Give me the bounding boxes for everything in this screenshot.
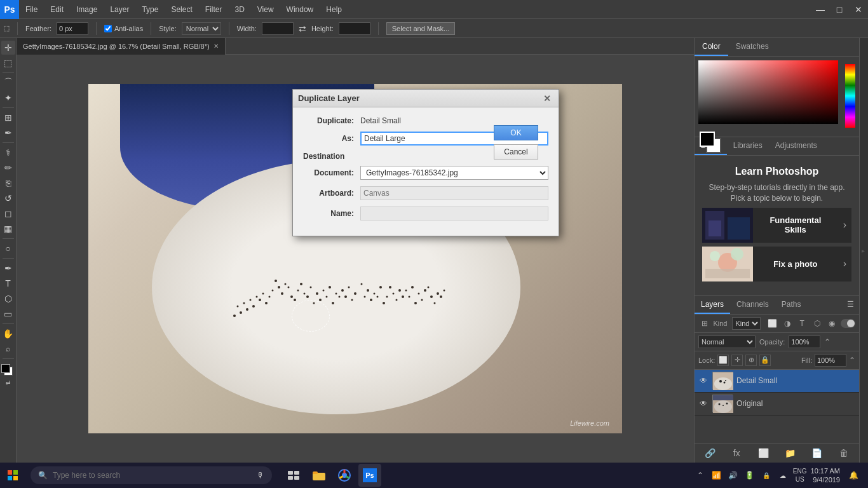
lock-all-icon[interactable]: 🔒 <box>759 355 771 366</box>
crop-tool-btn[interactable]: ⊞ <box>1 111 15 125</box>
cancel-button[interactable]: Cancel <box>494 144 538 159</box>
fix-photo-card[interactable]: Fix a photo › <box>702 247 851 281</box>
document-select[interactable]: GettyImages-76185342.jpg <box>360 166 548 180</box>
chrome-btn[interactable] <box>333 464 356 487</box>
search-input[interactable] <box>53 471 252 480</box>
link-layers-btn[interactable]: 🔗 <box>698 446 721 460</box>
mic-icon[interactable]: 🎙 <box>257 471 264 480</box>
layer-detail-small[interactable]: 👁 Detail Small <box>695 370 859 393</box>
swap-colors-btn[interactable]: ⇄ <box>6 379 11 386</box>
eraser-tool-btn[interactable]: ◻ <box>1 207 15 220</box>
layer-eye-original[interactable]: 👁 <box>698 399 709 408</box>
antialias-checkbox[interactable] <box>104 25 112 32</box>
fg-color-swatch[interactable] <box>1 364 10 373</box>
zoom-tool-btn[interactable]: ⌕ <box>1 342 15 356</box>
tab-layers[interactable]: Layers <box>695 296 730 314</box>
hand-tool-btn[interactable]: ✋ <box>1 327 15 341</box>
move-tool-btn[interactable]: ✛ <box>1 41 15 55</box>
color-spectrum[interactable] <box>845 64 855 128</box>
close-button[interactable]: ✕ <box>849 0 868 19</box>
eyedropper-tool-btn[interactable]: ✒ <box>1 126 15 140</box>
panel-collapse-strip[interactable]: ▸ <box>859 38 868 463</box>
menu-edit[interactable]: Edit <box>44 0 70 19</box>
new-layer-btn[interactable]: 📄 <box>806 446 829 460</box>
task-view-btn[interactable] <box>282 464 305 487</box>
document-tab[interactable]: GettyImages-76185342.jpg @ 16.7% (Detail… <box>17 38 226 55</box>
menu-layer[interactable]: Layer <box>104 0 135 19</box>
magic-wand-tool-btn[interactable]: ✦ <box>1 91 15 105</box>
menu-3d[interactable]: 3D <box>228 0 250 19</box>
new-group-btn[interactable]: 📁 <box>779 446 802 460</box>
add-style-btn[interactable]: fx <box>725 446 748 460</box>
fundamental-skills-card[interactable]: Fundamental Skills › <box>702 208 851 243</box>
onedrive-icon[interactable]: ☁ <box>776 469 789 482</box>
delete-layer-btn[interactable]: 🗑 <box>832 446 855 460</box>
kind-select[interactable]: Kind <box>732 317 761 330</box>
history-brush-tool-btn[interactable]: ↺ <box>1 191 15 205</box>
fg-color-large[interactable] <box>700 132 715 147</box>
lock-pixels-icon[interactable]: ⬜ <box>717 355 729 366</box>
network-icon[interactable]: 📶 <box>710 469 723 482</box>
file-explorer-btn[interactable] <box>308 464 330 487</box>
adjustment-filter-icon[interactable]: ◑ <box>781 317 793 330</box>
select-mask-button[interactable]: Select and Mask... <box>386 22 456 35</box>
photoshop-taskbar-btn[interactable]: Ps <box>358 464 381 487</box>
layer-eye-detail-small[interactable]: 👁 <box>698 376 709 385</box>
chevron-up-icon[interactable]: ⌃ <box>694 469 707 482</box>
menu-select[interactable]: Select <box>165 0 198 19</box>
lock-artboard-icon[interactable]: ⊕ <box>745 355 757 366</box>
pen-tool-btn[interactable]: ✒ <box>1 261 15 275</box>
brush-tool-btn[interactable]: ✏ <box>1 161 15 175</box>
type-tool-btn[interactable]: T <box>1 276 15 290</box>
minimize-button[interactable]: — <box>811 0 830 19</box>
menu-image[interactable]: Image <box>70 0 104 19</box>
dialog-close-button[interactable]: ✕ <box>541 92 553 105</box>
maximize-button[interactable]: □ <box>830 0 849 19</box>
dodge-tool-btn[interactable]: ○ <box>1 241 15 255</box>
tab-libraries[interactable]: Libraries <box>727 137 769 155</box>
shape-tool-btn[interactable]: ▭ <box>1 307 15 321</box>
tab-color[interactable]: Color <box>695 38 728 56</box>
tab-channels[interactable]: Channels <box>730 296 775 314</box>
menu-view[interactable]: View <box>251 0 280 19</box>
security-icon[interactable]: 🔒 <box>760 469 773 482</box>
color-picker[interactable] <box>695 60 859 137</box>
marquee-tool-btn[interactable]: ⬚ <box>1 56 15 70</box>
opacity-input[interactable] <box>789 336 820 348</box>
heal-tool-btn[interactable]: ⚕ <box>1 146 15 159</box>
shape-filter-icon[interactable]: ⬡ <box>811 317 823 330</box>
speaker-icon[interactable]: 🔊 <box>727 469 740 482</box>
gradient-tool-btn[interactable]: ▦ <box>1 222 15 236</box>
add-mask-btn[interactable]: ⬜ <box>752 446 775 460</box>
notification-button[interactable]: 🔔 <box>844 466 863 485</box>
language-indicator[interactable]: ENG US <box>793 467 807 484</box>
tab-swatches[interactable]: Swatches <box>728 38 776 56</box>
start-button[interactable] <box>0 463 25 488</box>
menu-help[interactable]: Help <box>320 0 348 19</box>
search-box[interactable]: 🔍 🎙 <box>31 466 272 484</box>
ok-button[interactable]: OK <box>494 125 538 140</box>
width-input[interactable] <box>262 22 294 35</box>
color-gradient[interactable] <box>698 60 838 124</box>
menu-file[interactable]: File <box>19 0 44 19</box>
clock-display[interactable]: 10:17 AM 9/4/2019 <box>811 466 840 485</box>
menu-window[interactable]: Window <box>280 0 320 19</box>
fill-input[interactable] <box>815 354 846 367</box>
tab-adjustments[interactable]: Adjustments <box>769 137 824 155</box>
menu-filter[interactable]: Filter <box>199 0 229 19</box>
height-input[interactable] <box>339 22 370 35</box>
blend-mode-select[interactable]: Normal <box>698 336 756 348</box>
path-tool-btn[interactable]: ⬡ <box>1 292 15 306</box>
filter-toggle[interactable] <box>841 319 855 328</box>
layers-options-icon[interactable]: ☰ <box>842 296 859 314</box>
lock-position-icon[interactable]: ✛ <box>731 355 743 366</box>
smart-filter-icon[interactable]: ◉ <box>825 317 837 330</box>
lasso-tool-btn[interactable]: ⌒ <box>1 76 15 90</box>
clone-tool-btn[interactable]: ⎘ <box>1 176 15 190</box>
battery-icon[interactable]: 🔋 <box>743 469 756 482</box>
type-filter-icon[interactable]: T <box>796 317 808 330</box>
feather-input[interactable] <box>57 22 88 35</box>
tab-paths[interactable]: Paths <box>775 296 808 314</box>
style-select[interactable]: Normal <box>182 22 221 35</box>
pixel-filter-icon[interactable]: ⬜ <box>766 317 778 330</box>
